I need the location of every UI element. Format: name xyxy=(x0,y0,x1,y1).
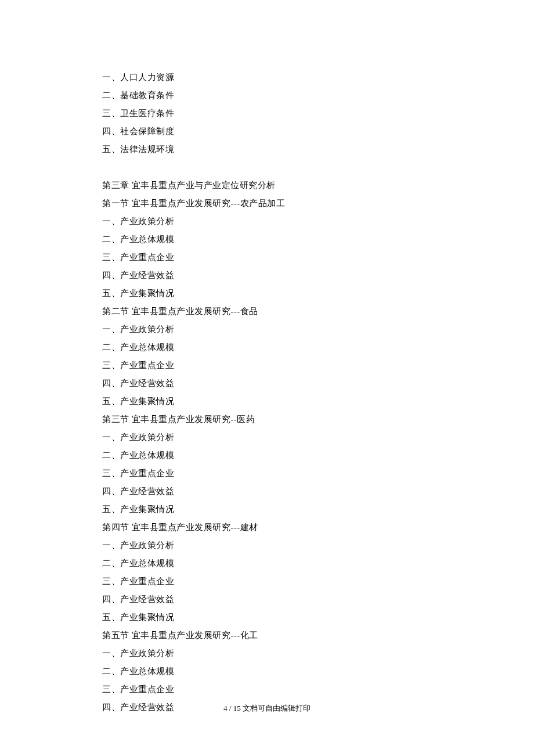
toc-line: 五、产业集聚情况 xyxy=(102,609,464,627)
toc-line: 二、产业总体规模 xyxy=(102,339,464,357)
toc-line: 二、产业总体规模 xyxy=(102,663,464,681)
toc-line: 五、产业集聚情况 xyxy=(102,285,464,303)
toc-line: 五、法律法规环境 xyxy=(102,141,464,159)
toc-line: 三、卫生医疗条件 xyxy=(102,105,464,123)
blank-line xyxy=(102,159,464,177)
toc-line: 第二节 宜丰县重点产业发展研究---食品 xyxy=(102,303,464,321)
toc-line: 一、产业政策分析 xyxy=(102,213,464,231)
toc-line: 一、产业政策分析 xyxy=(102,321,464,339)
toc-line: 第四节 宜丰县重点产业发展研究---建材 xyxy=(102,519,464,537)
toc-line: 第五节 宜丰县重点产业发展研究---化工 xyxy=(102,627,464,645)
toc-line: 三、产业重点企业 xyxy=(102,357,464,375)
toc-line: 三、产业重点企业 xyxy=(102,681,464,699)
toc-line: 三、产业重点企业 xyxy=(102,573,464,591)
toc-line: 五、产业集聚情况 xyxy=(102,393,464,411)
toc-line: 一、产业政策分析 xyxy=(102,537,464,555)
toc-line: 第一节 宜丰县重点产业发展研究---农产品加工 xyxy=(102,195,464,213)
toc-line: 二、产业总体规模 xyxy=(102,447,464,465)
toc-line: 五、产业集聚情况 xyxy=(102,501,464,519)
toc-line: 一、产业政策分析 xyxy=(102,645,464,663)
toc-line: 二、产业总体规模 xyxy=(102,231,464,249)
toc-line: 四、产业经营效益 xyxy=(102,267,464,285)
document-content: 一、人口人力资源二、基础教育条件三、卫生医疗条件四、社会保障制度五、法律法规环境… xyxy=(0,0,534,717)
toc-line: 一、产业政策分析 xyxy=(102,429,464,447)
page-footer: 4 / 15 文档可自由编辑打印 xyxy=(0,703,534,714)
toc-line: 第三节 宜丰县重点产业发展研究--医药 xyxy=(102,411,464,429)
toc-line: 三、产业重点企业 xyxy=(102,249,464,267)
toc-line: 四、社会保障制度 xyxy=(102,123,464,141)
toc-line: 一、人口人力资源 xyxy=(102,69,464,87)
toc-line: 四、产业经营效益 xyxy=(102,483,464,501)
toc-line: 四、产业经营效益 xyxy=(102,591,464,609)
toc-line: 三、产业重点企业 xyxy=(102,465,464,483)
toc-line: 第三章 宜丰县重点产业与产业定位研究分析 xyxy=(102,177,464,195)
toc-line: 二、基础教育条件 xyxy=(102,87,464,105)
toc-line: 四、产业经营效益 xyxy=(102,375,464,393)
toc-line: 二、产业总体规模 xyxy=(102,555,464,573)
